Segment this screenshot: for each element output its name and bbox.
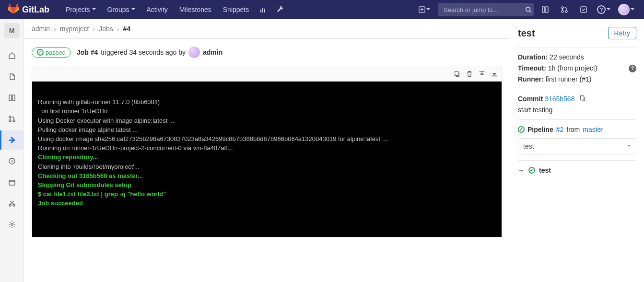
chevron-down-icon [131,6,135,13]
nav-chart-icon[interactable] [256,0,271,19]
nav-user-dropdown[interactable] [616,0,636,19]
runner-label: Runner: [518,75,544,83]
copy-sha-icon[interactable] [579,95,586,103]
sidebar-merge-requests[interactable] [0,109,24,129]
project-sidebar: M [0,19,24,282]
nav-help-dropdown[interactable]: ? [595,0,612,19]
crumb-current: #4 [123,25,130,33]
svg-point-9 [565,11,567,12]
stage-select[interactable]: test [518,138,636,154]
gitlab-icon [8,3,19,17]
nav-milestones[interactable]: Milestones [175,0,216,19]
job-name: test [518,28,535,39]
check-circle-icon [528,167,535,174]
search-wrap [438,3,534,16]
status-badge: passed [32,47,71,58]
sidebar-settings[interactable] [0,215,24,234]
svg-rect-17 [9,180,15,185]
svg-rect-11 [9,95,12,101]
chevron-down-icon [92,6,96,13]
chevron-down-icon [607,6,610,13]
nav-links: Projects Groups Activity Milestones Snip… [61,0,288,19]
erase-log-icon[interactable] [466,70,473,77]
svg-rect-1 [262,8,263,12]
sidebar-operations[interactable] [0,152,24,171]
nav-groups[interactable]: Groups [103,0,140,19]
scroll-top-icon[interactable] [479,70,485,77]
commit-message: start testing [518,106,636,114]
svg-rect-22 [480,71,485,72]
brand-text: GitLab [22,5,49,15]
commit-sha-link[interactable]: 3165b568 [545,95,574,103]
timeout-help-icon[interactable]: ? [629,64,636,72]
breadcrumb: admin › myproject › Jobs › #4 [24,19,510,39]
chevron-down-icon [627,142,631,150]
triggered-by-user[interactable]: admin [203,48,222,56]
sidebar-cicd[interactable] [0,130,24,150]
chevron-down-icon [631,6,634,13]
search-input[interactable] [438,3,534,16]
runner-value: first runner (#1) [546,75,592,83]
user-avatar[interactable] [188,47,200,58]
job-status-line: passed Job #4 triggered 34 seconds ago b… [24,39,510,66]
arrow-right-icon [518,166,525,174]
job-title: Job #4 [77,48,98,56]
sidebar-snippets[interactable] [0,194,24,213]
svg-point-13 [9,116,11,118]
svg-point-20 [11,223,13,225]
duration-label: Duration: [518,53,548,61]
duration-value: 22 seconds [550,53,584,61]
timeout-label: Timeout: [518,64,546,72]
crumb-jobs[interactable]: Jobs [99,25,113,33]
terminal-output[interactable]: Running with gitlab-runner 11.7.0 (8bb60… [32,82,502,237]
search-icon[interactable] [525,6,532,13]
sidebar-issues[interactable] [0,88,24,107]
svg-point-18 [9,204,11,206]
chevron-down-icon [426,6,430,13]
timeout-value: 1h (from project) [548,64,597,72]
check-circle-icon [518,126,525,133]
svg-rect-0 [260,10,261,12]
svg-point-4 [526,7,530,12]
sidebar-repo[interactable] [0,67,24,86]
svg-point-15 [13,120,15,122]
svg-rect-5 [542,7,545,12]
nav-new-dropdown[interactable] [415,6,434,13]
svg-point-7 [562,7,563,9]
commit-label: Commit [518,95,543,103]
crumb-admin[interactable]: admin [32,25,50,33]
crumb-project[interactable]: myproject [60,25,89,33]
project-avatar[interactable]: M [4,23,20,38]
svg-point-8 [562,11,563,12]
nav-wrench-icon[interactable] [273,0,288,19]
retry-button[interactable]: Retry [608,27,636,39]
svg-rect-21 [455,71,458,75]
sidebar-registry[interactable] [0,173,24,192]
scroll-bottom-icon[interactable] [491,70,498,77]
nav-snippets[interactable]: Snippets [218,0,254,19]
svg-point-19 [13,204,15,206]
sidebar-home[interactable] [0,46,24,65]
gitlab-logo[interactable]: GitLab [8,3,49,17]
main-content: admin › myproject › Jobs › #4 passed Job… [24,19,510,282]
nav-activity[interactable]: Activity [142,0,173,19]
terminal-toolbar [32,66,502,82]
plus-square-icon [419,6,425,13]
nav-issues-icon[interactable] [538,0,553,19]
svg-rect-6 [546,7,548,12]
nav-todos-icon[interactable] [576,0,591,19]
current-stage-row[interactable]: test [518,166,636,174]
svg-rect-2 [264,9,265,12]
help-icon: ? [597,5,606,14]
copy-log-icon[interactable] [454,70,460,77]
pipeline-label: Pipeline [527,126,553,133]
nav-projects[interactable]: Projects [61,0,101,19]
svg-rect-23 [492,75,497,76]
branch-link[interactable]: master [583,126,603,133]
svg-rect-12 [12,95,15,101]
avatar [618,4,630,15]
check-circle-icon [37,49,44,56]
top-navbar: GitLab Projects Groups Activity Mileston… [0,0,644,19]
pipeline-link[interactable]: #2 [556,126,564,133]
nav-merge-requests-icon[interactable] [557,0,572,19]
